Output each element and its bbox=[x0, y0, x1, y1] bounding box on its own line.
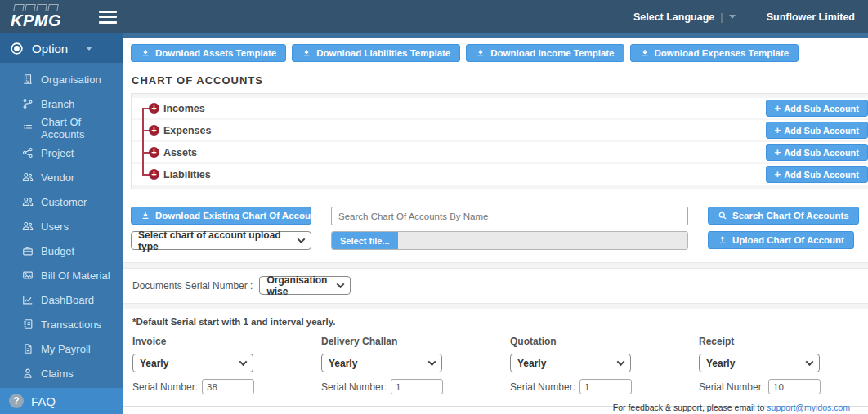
sidebar-option-menu[interactable]: Option bbox=[0, 33, 123, 63]
button-label: Add Sub Account bbox=[784, 148, 859, 158]
support-email-link[interactable]: support@myidos.com bbox=[767, 403, 850, 412]
search-coa-input[interactable] bbox=[331, 207, 688, 225]
sidebar: Option Organisation Branch Chart Of Acco… bbox=[0, 33, 123, 414]
button-label: Download Expenses Template bbox=[655, 48, 790, 58]
sidebar-item-label: Organisation bbox=[41, 73, 101, 86]
sidebar-item-dashboard[interactable]: DashBoard bbox=[0, 287, 123, 312]
serial-number-input[interactable] bbox=[391, 379, 443, 394]
sidebar-item-label: Vendor bbox=[41, 171, 74, 184]
support-text: For feedback & support, please email to bbox=[613, 403, 767, 412]
sidebar-item-label: Customer bbox=[41, 196, 87, 208]
ledger-icon bbox=[22, 318, 34, 330]
upload-type-select[interactable]: Select chart of account upload type bbox=[131, 231, 311, 250]
sidebar-item-branch[interactable]: Branch bbox=[0, 91, 123, 116]
select-language-button[interactable]: Select Language bbox=[633, 11, 714, 23]
sidebar-item-users[interactable]: Users bbox=[0, 214, 123, 238]
sidebar-item-claims[interactable]: Claims bbox=[0, 361, 123, 385]
add-sub-account-button[interactable]: + Add Sub Account bbox=[766, 122, 868, 139]
plus-icon: + bbox=[775, 148, 781, 157]
hamburger-menu-icon[interactable] bbox=[99, 7, 117, 26]
add-sub-account-button[interactable]: + Add Sub Account bbox=[766, 100, 868, 117]
sidebar-item-budget[interactable]: Budget bbox=[0, 238, 123, 263]
download-expenses-template-button[interactable]: Download Expenses Template bbox=[630, 44, 799, 62]
serial-group-quotation: Quotation Yearly Serial Number: bbox=[510, 336, 699, 394]
company-name[interactable]: Sunflower Limited bbox=[767, 11, 855, 23]
coa-actions-section: Download Existing Chart Of Accounts Sear… bbox=[131, 207, 868, 250]
add-sub-account-button[interactable]: + Add Sub Account bbox=[766, 166, 868, 183]
chevron-down-icon bbox=[239, 358, 248, 366]
sidebar-item-organisation[interactable]: Organisation bbox=[0, 67, 123, 91]
main-content: Download Assets Template Download Liabil… bbox=[123, 33, 868, 414]
list-icon bbox=[22, 122, 34, 134]
sidebar-item-transactions[interactable]: Transactions bbox=[0, 312, 123, 336]
expand-node-icon[interactable]: + bbox=[149, 125, 159, 136]
serial-number-input[interactable] bbox=[768, 379, 821, 394]
add-sub-account-button[interactable]: + Add Sub Account bbox=[766, 144, 868, 161]
expand-node-icon[interactable]: + bbox=[149, 169, 159, 180]
button-label: Download Existing Chart Of Accounts bbox=[155, 211, 324, 220]
tree-row-label[interactable]: Expenses bbox=[163, 125, 211, 136]
button-label: Download Income Template bbox=[490, 48, 614, 58]
chevron-down-icon bbox=[298, 235, 306, 243]
sidebar-item-chart-of-accounts[interactable]: Chart Of Accounts bbox=[0, 116, 123, 140]
interval-select[interactable]: Yearly bbox=[321, 354, 442, 372]
documents-serial-label: Documents Serial Number : bbox=[132, 280, 253, 292]
group-label: Quotation bbox=[510, 336, 699, 347]
serial-group-invoice: Invoice Yearly Serial Number: bbox=[132, 336, 321, 394]
people-icon bbox=[22, 196, 34, 207]
interval-select[interactable]: Yearly bbox=[510, 354, 631, 372]
serial-number-input[interactable] bbox=[202, 379, 254, 394]
download-income-template-button[interactable]: Download Income Template bbox=[466, 44, 624, 62]
chevron-down-icon bbox=[86, 47, 92, 51]
search-coa-button[interactable]: Search Chart Of Accounts bbox=[708, 207, 859, 225]
plus-icon: + bbox=[775, 126, 781, 135]
tree-row-label[interactable]: Incomes bbox=[163, 103, 205, 114]
serial-number-input[interactable] bbox=[579, 379, 632, 394]
people-icon bbox=[22, 220, 34, 232]
file-upload-control[interactable]: Select file... bbox=[331, 231, 688, 250]
chart-icon bbox=[22, 294, 34, 305]
serial-number-label: Serial Number: bbox=[321, 381, 387, 393]
select-file-button[interactable]: Select file... bbox=[332, 232, 398, 249]
sidebar-item-vendor[interactable]: Vendor bbox=[0, 165, 123, 189]
tree-row-label[interactable]: Liabilities bbox=[163, 169, 211, 180]
button-label: Add Sub Account bbox=[784, 104, 859, 114]
interval-select[interactable]: Yearly bbox=[699, 354, 820, 372]
accounts-tree-panel: + Incomes + Add Sub Account + Expenses +… bbox=[131, 93, 868, 189]
download-existing-coa-button[interactable]: Download Existing Chart Of Accounts bbox=[131, 207, 311, 225]
documents-serial-select[interactable]: Organisation wise bbox=[259, 276, 351, 295]
select-value: Yearly bbox=[140, 358, 168, 369]
button-label: Upload Chart Of Account bbox=[732, 235, 844, 245]
briefcase-icon bbox=[22, 245, 34, 256]
interval-select[interactable]: Yearly bbox=[132, 354, 253, 372]
download-assets-template-button[interactable]: Download Assets Template bbox=[131, 44, 286, 62]
download-template-toolbar: Download Assets Template Download Liabil… bbox=[131, 44, 868, 62]
download-liabilities-template-button[interactable]: Download Liabilities Template bbox=[292, 44, 460, 62]
expand-node-icon[interactable]: + bbox=[149, 147, 159, 158]
sidebar-item-label: Bill Of Material bbox=[41, 269, 110, 282]
sidebar-item-faq[interactable]: ? FAQ bbox=[0, 388, 123, 414]
download-icon bbox=[640, 48, 650, 58]
sidebar-item-bill-of-material[interactable]: Bill Of Material bbox=[0, 263, 123, 287]
sidebar-item-my-payroll[interactable]: My Payroll bbox=[0, 336, 123, 361]
sidebar-item-customer[interactable]: Customer bbox=[0, 189, 123, 214]
kpmg-logo: KPMG bbox=[11, 4, 61, 29]
sidebar-item-label: Project bbox=[41, 147, 74, 159]
section-divider bbox=[123, 303, 868, 309]
tree-row-label[interactable]: Assets bbox=[163, 147, 197, 158]
chevron-down-icon[interactable] bbox=[729, 15, 736, 19]
plus-icon: + bbox=[775, 170, 781, 179]
sidebar-item-project[interactable]: Project bbox=[0, 140, 123, 165]
sidebar-item-label: Transactions bbox=[41, 318, 101, 331]
top-header: KPMG Select Language | Sunflower Limited bbox=[0, 0, 868, 33]
tree-row-incomes: + Incomes + Add Sub Account bbox=[132, 98, 868, 118]
download-icon bbox=[141, 48, 150, 58]
serial-number-label: Serial Number: bbox=[132, 381, 198, 393]
sidebar-item-label: My Payroll bbox=[41, 343, 91, 355]
upload-coa-button[interactable]: Upload Chart Of Account bbox=[708, 231, 854, 249]
upload-icon bbox=[718, 235, 727, 245]
file-name-area bbox=[398, 232, 687, 249]
expand-node-icon[interactable]: + bbox=[149, 103, 159, 114]
chevron-down-icon bbox=[617, 358, 625, 366]
sidebar-item-label: Users bbox=[41, 220, 69, 233]
